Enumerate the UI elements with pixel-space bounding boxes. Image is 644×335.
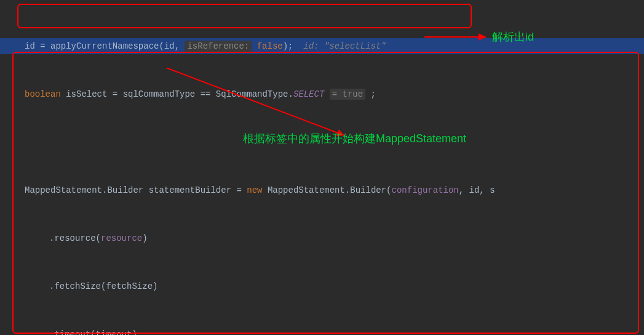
code-line[interactable]: .fetchSize(fetchSize): [0, 278, 644, 294]
code-text: ;: [371, 89, 376, 99]
keyword: boolean: [25, 89, 61, 99]
code-editor[interactable]: id = applyCurrentNamespace(id, isReferen…: [0, 0, 644, 335]
code-line[interactable]: boolean isSelect = sqlCommandType == Sql…: [0, 86, 644, 102]
inline-hint: isReference:: [185, 41, 252, 52]
code-text: isSelect = sqlCommandType == SqlCommandT…: [61, 89, 293, 99]
code-line[interactable]: id = applyCurrentNamespace(id, isReferen…: [0, 38, 644, 54]
code-text: MappedStatement.Builder statementBuilder…: [25, 185, 247, 195]
code-text: MappedStatement.Builder(: [262, 185, 391, 195]
keyword-false: false: [257, 41, 283, 51]
param: configuration: [392, 185, 459, 195]
code-line[interactable]: .resource(resource): [0, 230, 644, 246]
code-line[interactable]: [0, 134, 644, 150]
inline-comment: id: "selectList": [303, 41, 386, 51]
inline-hint: = true: [330, 89, 365, 100]
static-field: SELECT: [293, 89, 324, 99]
code-line[interactable]: .timeout(timeout): [0, 326, 644, 335]
code-text: );: [283, 41, 304, 51]
code-text: .timeout(timeout): [49, 329, 137, 335]
param: resource: [101, 233, 142, 243]
keyword-new: new: [247, 185, 262, 195]
code-text: ): [142, 233, 147, 243]
code-text: .fetchSize(fetchSize): [49, 281, 157, 291]
code-text: .resource(: [49, 233, 101, 243]
code-line[interactable]: MappedStatement.Builder statementBuilder…: [0, 182, 644, 198]
code-text: id = applyCurrentNamespace(id,: [25, 41, 185, 51]
code-text: , id, s: [459, 185, 495, 195]
